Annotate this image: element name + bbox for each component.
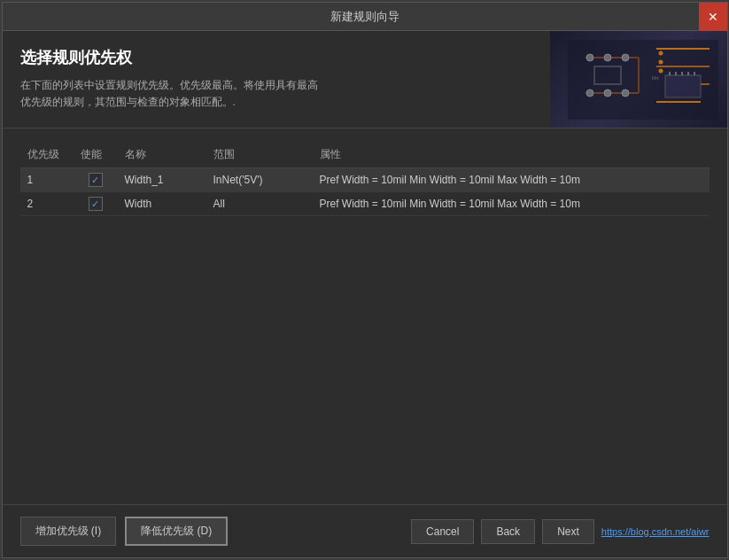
col-header-scope: 范围 [206, 142, 313, 168]
pcb-decoration-svg: Rit [568, 40, 718, 120]
title-bar: 新建规则向导 ✕ [3, 3, 727, 31]
svg-point-9 [604, 54, 611, 61]
back-button[interactable]: Back [481, 519, 535, 544]
cell-props: Pref Width = 10mil Min Width = 10mil Max… [313, 192, 710, 216]
dialog-title: 新建规则向导 [330, 9, 399, 25]
svg-point-22 [658, 51, 663, 56]
cell-props: Pref Width = 10mil Min Width = 10mil Max… [313, 168, 710, 192]
cell-priority: 1 [20, 168, 74, 192]
decrease-priority-button[interactable]: 降低优先级 (D) [125, 517, 228, 546]
pcb-background: Rit [550, 31, 727, 128]
header-image: Rit [550, 31, 727, 128]
bottom-left-buttons: 增加优先级 (I) 降低优先级 (D) [20, 517, 412, 546]
cell-enabled[interactable]: ✓ [74, 192, 118, 216]
svg-point-11 [586, 89, 593, 97]
col-header-priority: 优先级 [20, 142, 74, 168]
header-description: 在下面的列表中设置规则优先级。优先级最高。将使用具有最高优先级的规则，其范围与检… [20, 77, 532, 111]
bottom-bar: 增加优先级 (I) 降低优先级 (D) Cancel Back Next htt… [3, 504, 727, 557]
header-section: 选择规则优先权 在下面的列表中设置规则优先级。优先级最高。将使用具有最高优先级的… [3, 31, 727, 128]
close-button[interactable]: ✕ [699, 3, 727, 31]
table-header-row: 优先级 使能 名称 范围 属性 [20, 142, 710, 168]
bottom-right-buttons: Cancel Back Next https://blog.csdn.net/a… [411, 519, 709, 544]
increase-priority-button[interactable]: 增加优先级 (I) [20, 517, 117, 546]
svg-rect-15 [665, 75, 701, 97]
dialog: 新建规则向导 ✕ 选择规则优先权 在下面的列表中设置规则优先级。优先级最高。将使… [2, 2, 728, 558]
main-content: 优先级 使能 名称 范围 属性 1 ✓ Width_1 InNet('5V') … [3, 128, 727, 504]
cell-scope: InNet('5V') [206, 168, 313, 192]
svg-point-24 [658, 69, 663, 74]
cell-scope: All [206, 192, 313, 216]
cancel-button[interactable]: Cancel [411, 519, 474, 544]
cell-priority: 2 [20, 192, 74, 216]
next-button[interactable]: Next [542, 519, 594, 544]
checkbox-icon[interactable]: ✓ [89, 173, 103, 187]
rules-table: 优先级 使能 名称 范围 属性 1 ✓ Width_1 InNet('5V') … [20, 142, 710, 216]
col-header-props: 属性 [313, 142, 710, 168]
col-header-enabled: 使能 [74, 142, 118, 168]
cell-name: Width [118, 192, 206, 216]
svg-point-23 [658, 60, 663, 65]
help-link[interactable]: https://blog.csdn.net/aiwr [601, 526, 710, 537]
svg-point-13 [622, 89, 629, 97]
cell-enabled[interactable]: ✓ [74, 168, 118, 192]
table-row: 1 ✓ Width_1 InNet('5V') Pref Width = 10m… [20, 168, 710, 192]
svg-point-8 [586, 54, 593, 61]
checkbox-icon[interactable]: ✓ [89, 197, 103, 211]
header-text-area: 选择规则优先权 在下面的列表中设置规则优先级。优先级最高。将使用具有最高优先级的… [3, 31, 550, 128]
svg-text:Rit: Rit [652, 75, 659, 81]
svg-point-12 [604, 89, 611, 97]
cell-name: Width_1 [118, 168, 206, 192]
col-header-name: 名称 [118, 142, 206, 168]
table-row: 2 ✓ Width All Pref Width = 10mil Min Wid… [20, 192, 710, 216]
header-title: 选择规则优先权 [20, 47, 532, 68]
svg-point-10 [622, 54, 629, 61]
